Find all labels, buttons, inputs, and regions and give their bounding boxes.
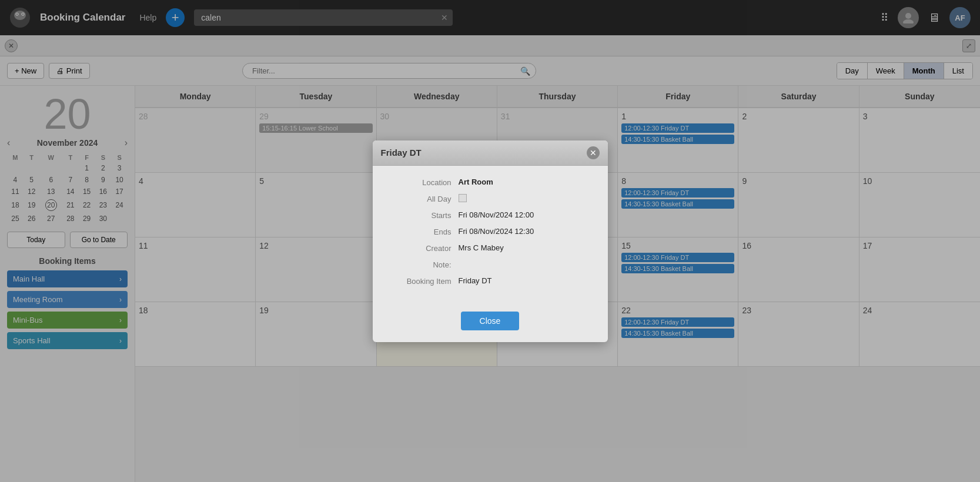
booking-item-value: Friday DT	[459, 276, 492, 285]
modal-note-row: Note:	[387, 260, 594, 269]
modal-body: Location Art Room All Day Starts Fri 08/…	[373, 166, 608, 304]
modal-creator-row: Creator Mrs C Mabey	[387, 243, 594, 253]
location-value: Art Room	[459, 178, 493, 186]
modal-allday-row: All Day	[387, 194, 594, 203]
creator-label: Creator	[387, 243, 451, 253]
event-detail-modal: Friday DT ✕ Location Art Room All Day St…	[373, 140, 608, 342]
modal-overlay[interactable]: Friday DT ✕ Location Art Room All Day St…	[0, 0, 980, 482]
starts-label: Starts	[387, 210, 451, 220]
modal-location-row: Location Art Room	[387, 178, 594, 187]
modal-booking-item-row: Booking Item Friday DT	[387, 276, 594, 286]
modal-footer: Close	[373, 304, 608, 342]
ends-label: Ends	[387, 227, 451, 236]
booking-item-label: Booking Item	[387, 276, 451, 286]
creator-value: Mrs C Mabey	[459, 243, 504, 252]
modal-header: Friday DT ✕	[373, 140, 608, 166]
allday-checkbox[interactable]	[459, 194, 467, 202]
note-label: Note:	[387, 260, 451, 269]
modal-close-button[interactable]: Close	[461, 312, 520, 330]
allday-label: All Day	[387, 194, 451, 203]
modal-starts-row: Starts Fri 08/Nov/2024 12:00	[387, 210, 594, 220]
location-label: Location	[387, 178, 451, 187]
modal-close-x-button[interactable]: ✕	[587, 146, 600, 159]
modal-ends-row: Ends Fri 08/Nov/2024 12:30	[387, 227, 594, 236]
modal-title: Friday DT	[381, 148, 422, 158]
starts-value: Fri 08/Nov/2024 12:00	[459, 210, 534, 219]
ends-value: Fri 08/Nov/2024 12:30	[459, 227, 534, 236]
